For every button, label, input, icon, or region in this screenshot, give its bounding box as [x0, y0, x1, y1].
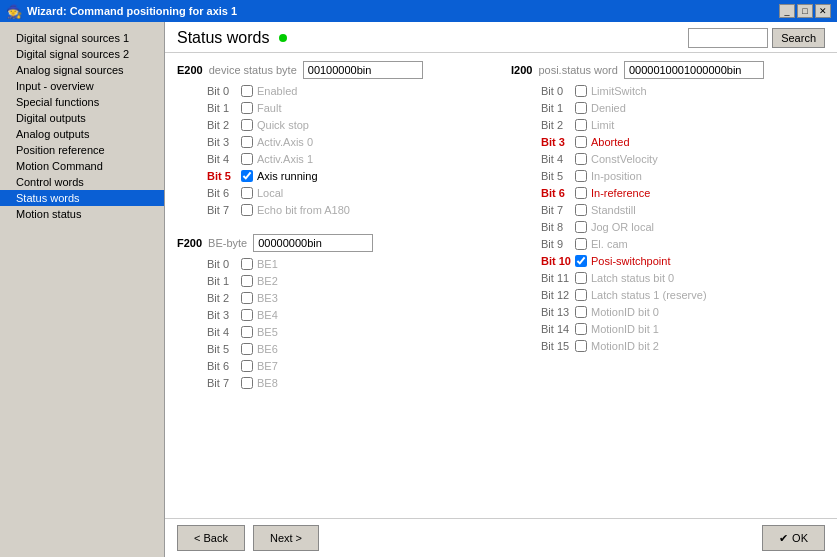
- bit-name: Activ.Axis 0: [257, 136, 313, 148]
- bit-checkbox[interactable]: [241, 360, 253, 372]
- bit-checkbox[interactable]: [241, 204, 253, 216]
- bit-label: Bit 12: [541, 289, 571, 301]
- bit-label: Bit 5: [207, 343, 237, 355]
- content-area: Status words Search E200 device status b…: [165, 22, 837, 557]
- bit-name: BE2: [257, 275, 278, 287]
- bit-checkbox[interactable]: [241, 153, 253, 165]
- bit-row: Bit 13MotionID bit 0: [541, 304, 825, 320]
- bit-label: Bit 4: [207, 326, 237, 338]
- bit-name: BE7: [257, 360, 278, 372]
- bit-checkbox[interactable]: [575, 238, 587, 250]
- sidebar-item-analog-signal-sources[interactable]: Analog signal sources: [0, 62, 164, 78]
- sidebar-item-motion-status[interactable]: Motion status: [0, 206, 164, 222]
- bit-row: Bit 6BE7: [207, 358, 491, 374]
- bit-label: Bit 5: [207, 170, 237, 182]
- bit-label: Bit 2: [541, 119, 571, 131]
- sidebar-item-motion-command[interactable]: Motion Command: [0, 158, 164, 174]
- i200-value[interactable]: [624, 61, 764, 79]
- bit-name: Latch status bit 0: [591, 272, 674, 284]
- bit-label: Bit 14: [541, 323, 571, 335]
- search-button[interactable]: Search: [772, 28, 825, 48]
- bit-row: Bit 0BE1: [207, 256, 491, 272]
- bit-checkbox[interactable]: [575, 170, 587, 182]
- sidebar-item-position-reference[interactable]: Position reference: [0, 142, 164, 158]
- bit-name: MotionID bit 2: [591, 340, 659, 352]
- bit-checkbox[interactable]: [575, 255, 587, 267]
- bit-checkbox[interactable]: [241, 102, 253, 114]
- bit-label: Bit 0: [207, 258, 237, 270]
- ok-label: OK: [792, 532, 808, 544]
- i200-bit-list: Bit 0LimitSwitchBit 1DeniedBit 2LimitBit…: [541, 83, 825, 354]
- bit-checkbox[interactable]: [241, 119, 253, 131]
- close-button[interactable]: ✕: [815, 4, 831, 18]
- f200-header: F200 BE-byte: [177, 234, 491, 252]
- bit-checkbox[interactable]: [241, 377, 253, 389]
- bit-checkbox[interactable]: [575, 187, 587, 199]
- minimize-button[interactable]: _: [779, 4, 795, 18]
- ok-button[interactable]: ✔ OK: [762, 525, 825, 551]
- bit-checkbox[interactable]: [241, 275, 253, 287]
- bit-checkbox[interactable]: [241, 326, 253, 338]
- main-window: Digital signal sources 1Digital signal s…: [0, 22, 837, 557]
- sidebar-item-control-words[interactable]: Control words: [0, 174, 164, 190]
- bit-checkbox[interactable]: [575, 272, 587, 284]
- bit-row: Bit 8Jog OR local: [541, 219, 825, 235]
- bit-checkbox[interactable]: [241, 85, 253, 97]
- bit-checkbox[interactable]: [241, 343, 253, 355]
- sidebar-item-analog-outputs[interactable]: Analog outputs: [0, 126, 164, 142]
- bit-checkbox[interactable]: [575, 323, 587, 335]
- bit-checkbox[interactable]: [241, 309, 253, 321]
- sidebar-item-special-functions[interactable]: Special functions: [0, 94, 164, 110]
- back-button[interactable]: < Back: [177, 525, 245, 551]
- bit-checkbox[interactable]: [575, 119, 587, 131]
- bit-label: Bit 6: [207, 187, 237, 199]
- bit-name: Aborted: [591, 136, 630, 148]
- bit-label: Bit 0: [207, 85, 237, 97]
- bit-name: In-reference: [591, 187, 650, 199]
- bit-checkbox[interactable]: [241, 187, 253, 199]
- f200-section: F200 BE-byte Bit 0BE1Bit 1BE2Bit 2BE3Bit…: [177, 234, 491, 391]
- left-column: E200 device status byte Bit 0EnabledBit …: [177, 61, 491, 510]
- bit-checkbox[interactable]: [575, 136, 587, 148]
- bit-label: Bit 11: [541, 272, 571, 284]
- e200-value[interactable]: [303, 61, 423, 79]
- sidebar-item-digital-signal-sources-1[interactable]: Digital signal sources 1: [0, 30, 164, 46]
- bit-checkbox[interactable]: [575, 306, 587, 318]
- bit-label: Bit 4: [541, 153, 571, 165]
- bit-name: Echo bit from A180: [257, 204, 350, 216]
- search-input[interactable]: [688, 28, 768, 48]
- bit-checkbox[interactable]: [241, 170, 253, 182]
- bit-checkbox[interactable]: [241, 136, 253, 148]
- bit-checkbox[interactable]: [575, 289, 587, 301]
- bit-checkbox[interactable]: [575, 85, 587, 97]
- bit-checkbox[interactable]: [575, 340, 587, 352]
- next-button[interactable]: Next >: [253, 525, 319, 551]
- bit-checkbox[interactable]: [241, 258, 253, 270]
- content-footer: < Back Next > ✔ OK: [165, 518, 837, 557]
- bit-checkbox[interactable]: [575, 153, 587, 165]
- i200-code: I200: [511, 64, 532, 76]
- title-bar: 🧙 Wizard: Command positioning for axis 1…: [0, 0, 837, 22]
- bit-row: Bit 1Fault: [207, 100, 491, 116]
- bit-checkbox[interactable]: [575, 102, 587, 114]
- sidebar-item-digital-outputs[interactable]: Digital outputs: [0, 110, 164, 126]
- e200-header: E200 device status byte: [177, 61, 491, 79]
- e200-code: E200: [177, 64, 203, 76]
- f200-value[interactable]: [253, 234, 373, 252]
- title-text: Wizard: Command positioning for axis 1: [27, 5, 237, 17]
- sidebar-item-input---overview[interactable]: Input - overview: [0, 78, 164, 94]
- maximize-button[interactable]: □: [797, 4, 813, 18]
- bit-checkbox[interactable]: [241, 292, 253, 304]
- bit-label: Bit 7: [541, 204, 571, 216]
- bit-checkbox[interactable]: [575, 221, 587, 233]
- content-main: E200 device status byte Bit 0EnabledBit …: [165, 53, 837, 518]
- sidebar-item-status-words[interactable]: Status words: [0, 190, 164, 206]
- bit-name: In-position: [591, 170, 642, 182]
- bit-name: BE5: [257, 326, 278, 338]
- e200-section: E200 device status byte Bit 0EnabledBit …: [177, 61, 491, 218]
- f200-code: F200: [177, 237, 202, 249]
- bit-checkbox[interactable]: [575, 204, 587, 216]
- bit-row: Bit 5Axis running: [207, 168, 491, 184]
- sidebar-item-digital-signal-sources-2[interactable]: Digital signal sources 2: [0, 46, 164, 62]
- bit-name: Denied: [591, 102, 626, 114]
